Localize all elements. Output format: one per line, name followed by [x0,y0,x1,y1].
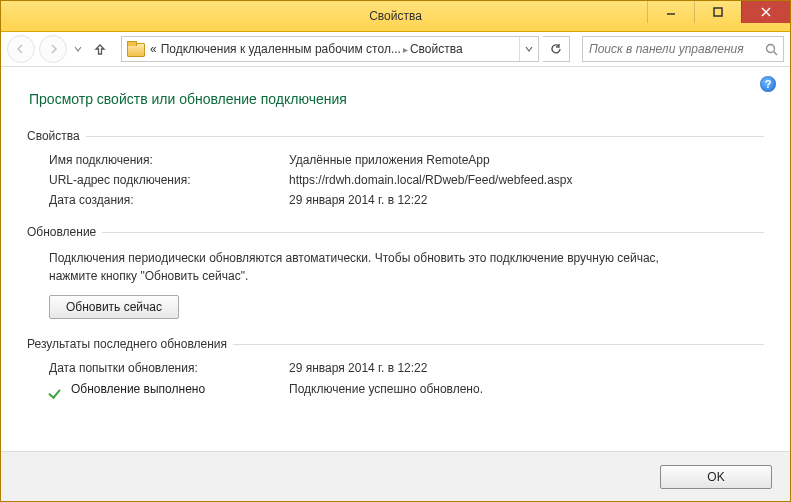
attempt-date-value: 29 января 2014 г. в 12:22 [289,361,427,375]
group-results: Результаты последнего обновления Дата по… [27,337,764,397]
page-heading: Просмотр свойств или обновление подключе… [29,91,764,107]
chevron-right-icon: ▸ [403,44,408,55]
search-box[interactable] [582,36,784,62]
divider [102,232,764,233]
connection-name-value: Удалённые приложения RemoteApp [289,153,490,167]
search-icon[interactable] [759,43,783,56]
folder-icon [126,40,144,58]
help-icon[interactable]: ? [760,76,776,92]
created-date-value: 29 января 2014 г. в 12:22 [289,193,427,207]
titlebar: Свойства [1,1,790,32]
content-area: ? Просмотр свойств или обновление подклю… [1,67,790,451]
breadcrumb[interactable]: « Подключения к удаленным рабочим стол..… [148,37,465,61]
connection-url-label: URL-адрес подключения: [49,173,289,187]
attempt-date-label: Дата попытки обновления: [49,361,289,375]
address-dropdown-icon[interactable] [519,37,538,61]
svg-point-4 [766,44,774,52]
close-button[interactable] [741,1,790,23]
divider [86,136,764,137]
up-button[interactable] [89,38,111,60]
navigation-bar: « Подключения к удаленным рабочим стол..… [1,32,790,67]
group-properties-title: Свойства [27,129,80,143]
window-buttons [647,1,790,23]
refresh-button[interactable] [543,36,570,62]
created-date-label: Дата создания: [49,193,289,207]
group-results-title: Результаты последнего обновления [27,337,227,351]
connection-name-label: Имя подключения: [49,153,289,167]
group-update: Обновление Подключения периодически обно… [27,225,764,319]
address-bar[interactable]: « Подключения к удаленным рабочим стол..… [121,36,539,62]
history-dropdown-icon[interactable] [71,45,85,53]
group-properties: Свойства Имя подключения: Удалённые прил… [27,129,764,207]
update-status-value: Подключение успешно обновлено. [289,382,483,396]
svg-rect-1 [714,8,722,16]
breadcrumb-current: Свойства [410,42,463,56]
maximize-button[interactable] [694,1,741,23]
connection-url-value: https://rdwh.domain.local/RDweb/Feed/web… [289,173,572,187]
update-status-label: Обновление выполнено [71,382,205,396]
search-input[interactable] [583,42,759,56]
update-description: Подключения периодически обновляются авт… [49,249,659,285]
group-update-title: Обновление [27,225,96,239]
minimize-button[interactable] [647,1,694,23]
footer: OK [1,451,790,501]
divider [233,344,764,345]
svg-line-5 [773,51,777,55]
window: Свойства « [0,0,791,502]
update-now-button[interactable]: Обновить сейчас [49,295,179,319]
breadcrumb-prefix: « [150,42,157,56]
breadcrumb-path: Подключения к удаленным рабочим стол... [161,42,401,56]
back-button[interactable] [7,35,35,63]
ok-button[interactable]: OK [660,465,772,489]
forward-button[interactable] [39,35,67,63]
checkmark-icon [49,381,65,397]
